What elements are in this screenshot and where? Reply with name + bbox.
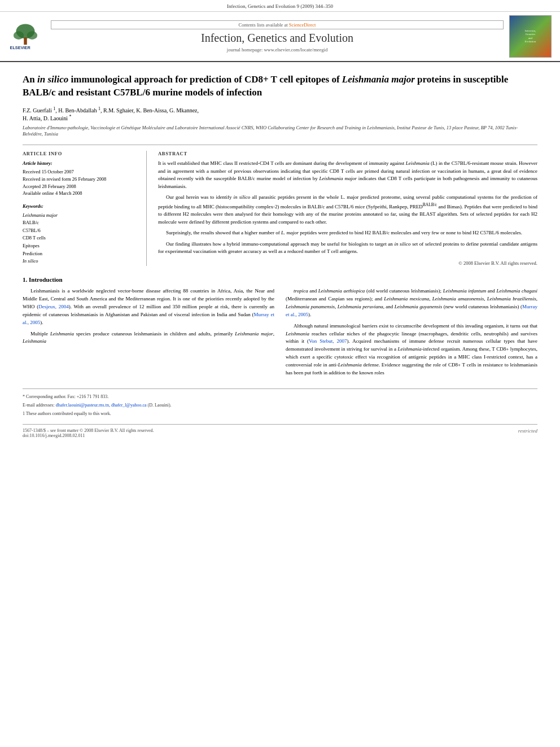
- email-addresses[interactable]: dhafer.laouini@pasteur.rns.tn, dhafer_l@…: [56, 403, 147, 408]
- keyword-1: Leishmania major: [23, 212, 58, 218]
- abstract-col: ABSTRACT It is well established that MHC…: [158, 151, 537, 266]
- keyword-6: Prediction: [23, 251, 42, 256]
- keyword-2: BALB/c: [23, 220, 39, 225]
- introduction-title: 1. Introduction: [23, 276, 537, 283]
- keywords-block: Keywords: Leishmania major BALB/c C57BL/…: [23, 203, 138, 265]
- intro-para-4: Although natural immunological barriers …: [286, 322, 537, 378]
- intro-right-col: tropica and Leishmania aethiopica (old w…: [286, 287, 537, 381]
- abstract-heading: ABSTRACT: [158, 151, 537, 156]
- revised-date: Received in revised form 26 February 200…: [23, 176, 138, 183]
- svg-point-2: [14, 31, 24, 40]
- keyword-7: In silico: [23, 258, 38, 264]
- svg-point-3: [27, 31, 37, 40]
- author-names: F.Z. Guerfali 1, H. Ben-Abdallah 1, R.M.…: [23, 107, 199, 121]
- authors-line: F.Z. Guerfali 1, H. Ben-Abdallah 1, R.M.…: [23, 106, 537, 121]
- received-date: Received 15 October 2007: [23, 168, 138, 176]
- email-label: E-mail addresses:: [23, 403, 55, 408]
- introduction-two-col: Leishmaniasis is a worldwide neglected v…: [23, 287, 537, 381]
- issn-doi-area: 1567-1348/$ – see front matter © 2008 El…: [23, 428, 154, 438]
- accepted-date: Accepted 28 February 2008: [23, 183, 138, 190]
- ref-von-stebut[interactable]: Von Stebut, 2007: [309, 338, 347, 344]
- affiliation: Laboratoire d'Immuno-pathologie, Vaccino…: [23, 125, 537, 138]
- email-note: E-mail addresses: dhafer.laouini@pasteur…: [23, 402, 537, 409]
- abstract-para-4: Our finding illustrates how a hybrid imm…: [158, 241, 537, 256]
- sciencedirect-prefix: Contents lists available at: [239, 22, 289, 28]
- abstract-text: It is well established that MHC class II…: [158, 160, 537, 256]
- svg-text:ELSEVIER: ELSEVIER: [10, 45, 31, 50]
- ref-desjeux[interactable]: Desjeux, 2004: [38, 304, 68, 309]
- restricted-badge: restricted: [518, 428, 537, 438]
- svg-rect-4: [24, 37, 27, 45]
- article-title: An in silico immunological approach for …: [23, 73, 537, 99]
- journal-citation-text: Infection, Genetics and Evolution 9 (200…: [227, 3, 333, 9]
- keyword-5: Epitopes: [23, 243, 40, 248]
- divider-1: [23, 145, 537, 145]
- intro-para-3: tropica and Leishmania aethiopica (old w…: [286, 287, 537, 319]
- abstract-para-2: Our goal herein was to identify in silic…: [158, 194, 537, 226]
- elsevier-logo-area: ELSEVIER: [6, 15, 45, 58]
- journal-header: ELSEVIER Contents lists available at Sci…: [0, 12, 560, 62]
- keyword-4: CD8 T cells: [23, 235, 46, 241]
- corresponding-author-note: * Corresponding author. Fax: +216 71 791…: [23, 394, 537, 400]
- journal-cover-area: Infection,GeneticsandEvolution: [509, 15, 554, 58]
- copyright-line: © 2008 Elsevier B.V. All rights reserved…: [158, 260, 537, 266]
- main-content: An in silico immunological approach for …: [0, 62, 560, 449]
- article-info-abstract-row: ARTICLE INFO Article history: Received 1…: [23, 151, 537, 266]
- keywords-label: Keywords:: [23, 203, 138, 211]
- abstract-para-3: Surprisingly, the results showed that a …: [158, 229, 537, 237]
- sciencedirect-bar: Contents lists available at ScienceDirec…: [51, 20, 504, 29]
- issn-text: 1567-1348/$ – see front matter © 2008 El…: [23, 428, 154, 433]
- ref-murray-2005a[interactable]: Murray et al., 2005: [23, 312, 274, 325]
- elsevier-logo-icon: ELSEVIER: [6, 21, 45, 52]
- introduction-section: 1. Introduction Leishmaniasis is a world…: [23, 276, 537, 381]
- footnotes-area: * Corresponding author. Fax: +216 71 791…: [23, 388, 537, 417]
- journal-citation-bar: Infection, Genetics and Evolution 9 (200…: [0, 0, 560, 12]
- available-date: Available online 4 March 2008: [23, 190, 138, 197]
- doi-text: doi:10.1016/j.meegid.2008.02.011: [23, 433, 154, 438]
- sciencedirect-link[interactable]: ScienceDirect: [289, 22, 316, 28]
- email-suffix: (D. Laouini).: [148, 403, 172, 408]
- history-label: Article history:: [23, 160, 138, 167]
- intro-para-2: Multiple Leishmania species produce cuta…: [23, 330, 274, 346]
- bottom-bar: 1567-1348/$ – see front matter © 2008 El…: [23, 424, 537, 438]
- intro-para-1: Leishmaniasis is a worldwide neglected v…: [23, 287, 274, 327]
- journal-cover-image: Infection,GeneticsandEvolution: [509, 15, 552, 58]
- article-history-block: Article history: Received 15 October 200…: [23, 160, 138, 197]
- journal-title: Infection, Genetics and Evolution: [201, 32, 353, 45]
- intro-left-col: Leishmaniasis is a worldwide neglected v…: [23, 287, 274, 381]
- abstract-para-1: It is well established that MHC class II…: [158, 160, 537, 190]
- keyword-3: C57BL/6: [23, 228, 41, 233]
- journal-title-area: Contents lists available at ScienceDirec…: [51, 15, 504, 58]
- article-info-heading: ARTICLE INFO: [23, 151, 138, 156]
- footnote-equal-contribution: 1 These authors contributed equally to t…: [23, 410, 537, 417]
- article-info-col: ARTICLE INFO Article history: Received 1…: [23, 151, 147, 266]
- journal-homepage: journal homepage: www.elsevier.com/locat…: [227, 47, 327, 53]
